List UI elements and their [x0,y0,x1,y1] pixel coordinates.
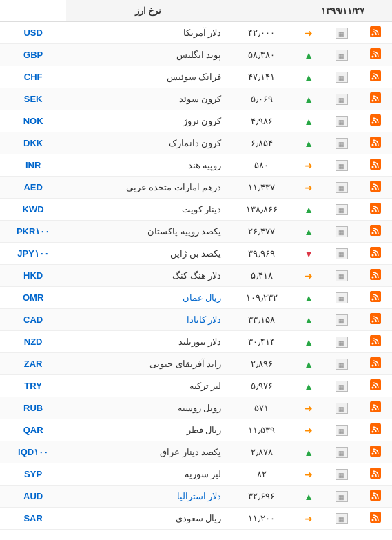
svg-rect-10 [370,137,381,148]
chart-icon[interactable]: ▦ [336,138,348,149]
currency-name: پوند انگلیس [66,44,229,66]
table-row: ▦▲۱۳۸٫۸۶۶دینار کویتKWD [0,199,392,221]
trend-cell: ▲ [293,66,324,88]
chart-icon[interactable]: ▦ [336,160,348,171]
chart-cell: ▦ [324,22,359,44]
chart-icon[interactable]: ▦ [336,248,348,259]
rss-icon[interactable] [370,92,381,103]
chart-cell: ▦ [324,375,359,397]
trend-cell: ▲ [293,331,324,353]
chart-cell: ▦ [324,221,359,243]
rss-icon[interactable] [370,225,381,236]
chart-icon[interactable]: ▦ [336,116,348,127]
chart-cell: ▦ [324,88,359,110]
rss-icon[interactable] [370,468,381,479]
arrow-neutral-icon: ➜ [305,513,313,524]
chart-icon[interactable]: ▦ [336,50,348,61]
arrow-neutral-icon: ➜ [305,469,313,480]
chart-icon[interactable]: ▦ [336,359,348,370]
svg-rect-38 [370,446,381,457]
chart-icon[interactable]: ▦ [336,204,348,215]
chart-cell: ▦ [324,265,359,287]
svg-point-25 [372,299,374,301]
svg-point-1 [372,34,374,36]
rss-icon[interactable] [370,401,381,412]
rss-icon[interactable] [370,446,381,457]
chart-cell: ▦ [324,44,359,66]
chart-icon[interactable]: ▦ [336,381,348,392]
arrow-neutral-icon: ➜ [305,28,313,39]
chart-icon[interactable]: ▦ [336,447,348,458]
currency-name[interactable]: دلار استرالیا [66,486,229,508]
chart-cell: ▦ [324,397,359,419]
table-row: ▦➜۱۱٫۴۳۷درهم امارات متحده عربیAED [0,177,392,199]
currency-value: ۶٫۸۵۴ [229,132,293,154]
svg-rect-34 [370,401,381,412]
chart-icon[interactable]: ▦ [336,72,348,83]
rss-icon[interactable] [370,490,381,501]
chart-icon[interactable]: ▦ [336,314,348,326]
chart-icon[interactable]: ▦ [336,292,348,303]
svg-point-43 [372,497,374,499]
chart-icon[interactable]: ▦ [336,94,348,105]
currency-name-link[interactable]: دلار استرالیا [177,491,222,501]
rss-icon[interactable] [370,379,381,390]
trend-cell: ➜ [293,508,324,530]
rss-icon[interactable] [370,181,381,192]
chart-icon[interactable]: ▦ [336,425,348,436]
chart-icon[interactable]: ▦ [336,182,348,193]
table-row: ▦➜۱۱٫۵۳۹ریال قطرQAR [0,419,392,441]
currency-value: ۳۳٫۱۵۸ [229,309,293,331]
currency-value: ۱۱٫۵۳۹ [229,419,293,441]
svg-point-23 [372,277,374,279]
currency-name: دلار نیوزیلند [66,331,229,353]
currency-name[interactable]: ریال عمان [66,287,229,309]
chart-icon[interactable]: ▦ [336,491,348,502]
rss-icon[interactable] [370,512,381,523]
svg-point-37 [372,431,374,433]
currency-name-link[interactable]: ریال عمان [183,292,222,303]
chart-icon[interactable]: ▦ [336,469,348,480]
chart-icon[interactable]: ▦ [336,270,348,281]
rss-icon[interactable] [370,357,381,368]
rss-cell [359,309,392,331]
rss-cell [359,199,392,221]
rss-cell [359,353,392,375]
rss-icon[interactable] [370,291,381,302]
currency-code: DKK [0,132,66,154]
rss-icon[interactable] [370,269,381,280]
currency-name: ریال سعودی [66,508,229,530]
rss-cell [359,441,392,463]
svg-rect-2 [370,48,381,59]
currency-code: OMR [0,287,66,309]
svg-rect-20 [370,247,381,258]
chart-icon[interactable]: ▦ [336,28,348,39]
chart-icon[interactable]: ▦ [336,226,348,237]
currency-value: ۲۶٫۴۷۷ [229,221,293,243]
chart-icon[interactable]: ▦ [336,403,348,414]
rss-icon[interactable] [370,137,381,148]
currency-name[interactable]: دلار کانادا [66,309,229,331]
trend-cell: ▲ [293,375,324,397]
currency-value: ۵٫۹۷۶ [229,375,293,397]
rss-icon[interactable] [370,423,381,434]
chart-icon[interactable]: ▦ [336,337,348,348]
svg-rect-18 [370,225,381,236]
currency-code: RUB [0,397,66,419]
arrow-neutral-icon: ➜ [305,403,313,414]
chart-icon[interactable]: ▦ [336,513,348,524]
chart-cell: ▦ [324,177,359,199]
currency-name-link[interactable]: دلار کانادا [187,314,222,325]
rss-icon[interactable] [370,70,381,81]
rss-icon[interactable] [370,48,381,59]
currency-value: ۵۷۱ [229,397,293,419]
rss-icon[interactable] [370,203,381,214]
rss-icon[interactable] [370,159,381,170]
rss-icon[interactable] [370,26,381,37]
rss-icon[interactable] [370,313,381,324]
rss-cell [359,265,392,287]
rss-icon[interactable] [370,335,381,346]
rss-icon[interactable] [370,114,381,126]
chart-cell: ▦ [324,441,359,463]
rss-icon[interactable] [370,247,381,258]
